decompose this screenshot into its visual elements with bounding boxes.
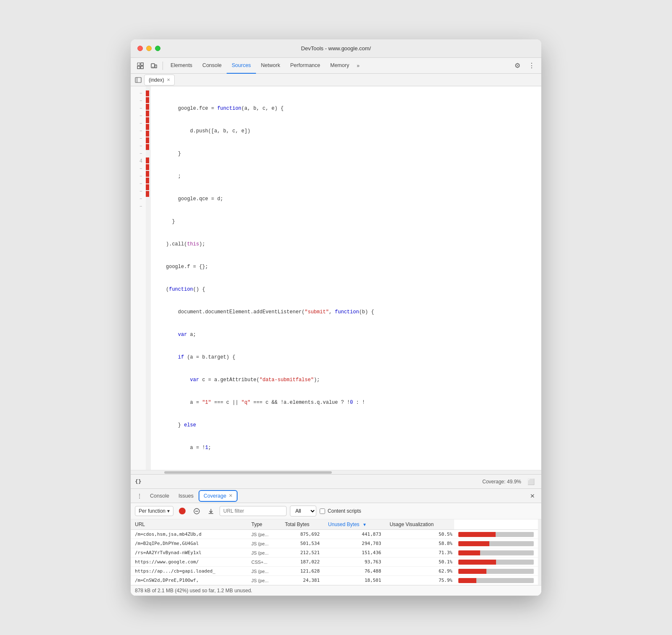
url-cell: /rs=AA2YrTvBynad-nWEy1xl	[131, 548, 247, 558]
usage-bar-cell	[454, 558, 538, 567]
traffic-lights	[137, 46, 160, 51]
content-scripts-label[interactable]: Content scripts	[320, 508, 361, 514]
file-tab-close-icon[interactable]: ✕	[167, 77, 170, 82]
scrollbar-thumb[interactable]	[164, 471, 332, 474]
usage-bar	[458, 532, 534, 537]
more-tabs-button[interactable]: »	[354, 58, 362, 74]
record-button[interactable]	[177, 506, 188, 516]
type-cell: JS (pe...	[247, 548, 281, 558]
table-row[interactable]: https://ap.../cb=gapi.loaded_ JS (pe... …	[131, 567, 538, 576]
coverage-controls: Per function ▾ All	[131, 503, 541, 519]
table-row[interactable]: /rs=AA2YrTvBynad-nWEy1xl JS (pe... 212,5…	[131, 548, 538, 558]
line-numbers: – – – – – – – – – 4 – – – – – –	[131, 86, 146, 470]
unused-bytes-cell: 18,501	[324, 576, 385, 585]
per-function-button[interactable]: Per function ▾	[135, 506, 173, 516]
unused-bar	[496, 560, 534, 565]
device-toolbar-icon[interactable]	[147, 59, 160, 72]
content-scripts-checkbox[interactable]	[320, 509, 325, 514]
unused-bar	[489, 541, 534, 546]
unused-bytes-cell: 441,873	[324, 530, 385, 539]
vertical-scrollbar[interactable]	[538, 519, 541, 585]
usage-bar-cell	[454, 548, 538, 558]
usage-bar	[458, 560, 534, 565]
tab-elements[interactable]: Elements	[165, 58, 197, 74]
svg-rect-7	[135, 77, 141, 83]
col-url[interactable]: URL	[131, 519, 247, 530]
horizontal-scrollbar[interactable]	[131, 470, 541, 474]
status-right: Coverage: 49.9% ⬜	[482, 475, 537, 488]
tab-console-bottom[interactable]: Console	[146, 490, 173, 502]
total-bytes-cell: 501,534	[281, 539, 324, 548]
bottom-tabbar: ⋮ Console Issues Coverage ✕ ✕	[131, 489, 541, 503]
used-bar	[458, 560, 496, 565]
table-row[interactable]: https://www.google.com/ CSS+... 187,022 …	[131, 558, 538, 567]
code-content[interactable]: google.fce = function(a, b, c, e) { d.pu…	[159, 86, 541, 470]
tab-network[interactable]: Network	[256, 58, 285, 74]
tab-console[interactable]: Console	[197, 58, 227, 74]
unused-pct-cell: 71.3%	[385, 548, 454, 558]
table-row[interactable]: /m=CnSW2d,DPreE,P10Owf, JS (pe... 24,381…	[131, 576, 538, 585]
settings-icon[interactable]: ⚙	[511, 59, 524, 72]
unused-pct-cell: 58.8%	[385, 539, 454, 548]
maximize-button[interactable]	[155, 46, 160, 51]
per-function-label: Per function	[139, 508, 165, 514]
used-bar	[458, 532, 496, 537]
window-title: DevTools - www.google.com/	[301, 45, 371, 52]
bottom-close-button[interactable]: ✕	[527, 490, 538, 501]
footer-text: 878 kB of 2.1 MB (42%) used so far, 1.2 …	[135, 588, 252, 594]
console-tab-label: Console	[150, 493, 169, 499]
type-cell: JS (pe...	[247, 530, 281, 539]
tab-performance[interactable]: Performance	[285, 58, 326, 74]
total-bytes-cell: 212,521	[281, 548, 324, 558]
filter-select[interactable]: All CSS JS	[290, 506, 316, 516]
unused-bar	[486, 569, 534, 574]
col-usage-viz[interactable]: Usage Visualization	[385, 519, 454, 530]
url-cell: /m=cdos,hsm,jsa,mb4ZUb,d	[131, 530, 247, 539]
col-total-bytes[interactable]: Total Bytes	[281, 519, 324, 530]
total-bytes-cell: 121,628	[281, 567, 324, 576]
unused-bytes-cell: 294,703	[324, 539, 385, 548]
file-tab-name: (index)	[149, 77, 164, 83]
issues-tab-label: Issues	[178, 493, 194, 499]
sidebar-toggle-button[interactable]	[133, 75, 143, 85]
bottom-menu-button[interactable]: ⋮	[134, 490, 145, 501]
type-cell: JS (pe...	[247, 576, 281, 585]
minimize-button[interactable]	[146, 46, 152, 51]
screenshot-icon[interactable]: ⬜	[525, 475, 537, 488]
coverage-tab-close-icon[interactable]: ✕	[229, 493, 233, 498]
download-button[interactable]	[205, 506, 216, 516]
svg-rect-2	[137, 66, 140, 69]
tab-coverage-bottom[interactable]: Coverage ✕	[199, 490, 238, 502]
col-unused-bytes[interactable]: Unused Bytes ▼	[324, 519, 385, 530]
used-bar	[458, 550, 480, 555]
devtools-window: DevTools - www.google.com/ Elements Cons…	[131, 39, 541, 596]
file-tab-index[interactable]: (index) ✕	[144, 75, 175, 85]
separator	[163, 62, 163, 70]
code-scroll[interactable]: – – – – – – – – – 4 – – – – – –	[131, 86, 541, 470]
tab-sources[interactable]: Sources	[227, 58, 256, 74]
inspect-element-icon[interactable]	[134, 59, 147, 72]
code-gutter	[151, 86, 159, 470]
total-bytes-cell: 24,381	[281, 576, 324, 585]
table-row[interactable]: /m=B2qIPe,DhPYme,GU4Gal JS (pe... 501,53…	[131, 539, 538, 548]
devtools-toolbar: Elements Console Sources Network Perform…	[131, 58, 541, 74]
usage-bar	[458, 550, 534, 555]
unused-pct-cell: 75.9%	[385, 576, 454, 585]
unused-bytes-cell: 93,763	[324, 558, 385, 567]
tab-memory[interactable]: Memory	[325, 58, 354, 74]
file-tabbar: (index) ✕	[131, 74, 541, 86]
url-cell: /m=B2qIPe,DhPYme,GU4Gal	[131, 539, 247, 548]
coverage-table[interactable]: URL Type Total Bytes Unused Bytes ▼ Usag…	[131, 519, 538, 585]
unused-pct-cell: 50.5%	[385, 530, 454, 539]
total-bytes-cell: 875,692	[281, 530, 324, 539]
tab-issues-bottom[interactable]: Issues	[174, 490, 198, 502]
unused-bar	[476, 578, 534, 583]
type-cell: CSS+...	[247, 558, 281, 567]
table-row[interactable]: /m=cdos,hsm,jsa,mb4ZUb,d JS (pe... 875,6…	[131, 530, 538, 539]
more-options-icon[interactable]: ⋮	[525, 59, 538, 72]
clear-button[interactable]	[191, 506, 202, 516]
close-button[interactable]	[137, 46, 143, 51]
url-filter-input[interactable]	[220, 506, 287, 516]
unused-bytes-cell: 76,488	[324, 567, 385, 576]
col-type[interactable]: Type	[247, 519, 281, 530]
